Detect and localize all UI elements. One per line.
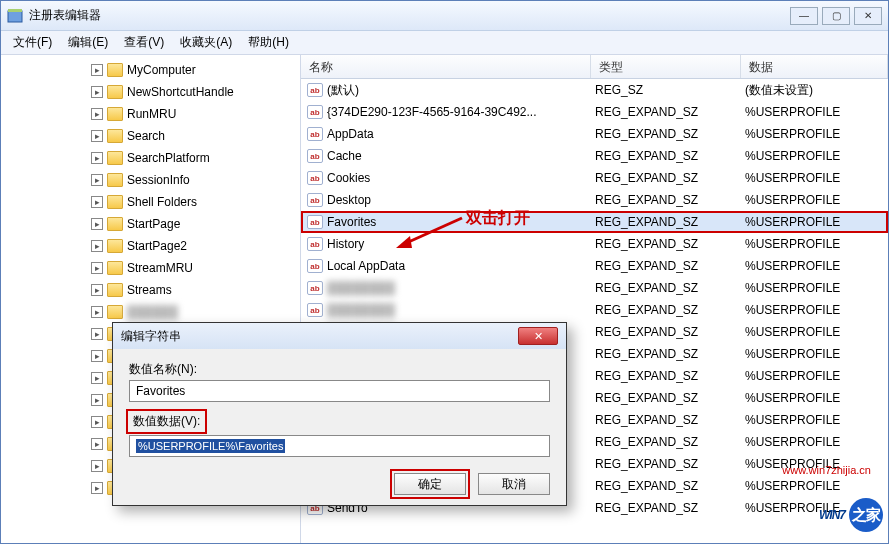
cancel-button[interactable]: 取消 [478, 473, 550, 495]
expander-icon[interactable]: ▸ [91, 240, 103, 252]
tree-item[interactable]: ▸Streams [1, 279, 300, 301]
menu-favorites[interactable]: 收藏夹(A) [172, 34, 240, 51]
row-type: REG_EXPAND_SZ [591, 325, 741, 339]
expander-icon[interactable]: ▸ [91, 394, 103, 406]
expander-icon[interactable]: ▸ [91, 262, 103, 274]
list-row[interactable]: ab████████REG_EXPAND_SZ%USERPROFILE [301, 299, 888, 321]
tree-item[interactable]: ▸RunMRU [1, 103, 300, 125]
row-type: REG_EXPAND_SZ [591, 281, 741, 295]
tree-item[interactable]: ▸StartPage [1, 213, 300, 235]
tree-item[interactable]: ▸MyComputer [1, 59, 300, 81]
tree-label: StartPage [127, 217, 180, 231]
dialog-titlebar[interactable]: 编辑字符串 ✕ [113, 323, 566, 349]
list-row[interactable]: abAppDataREG_EXPAND_SZ%USERPROFILE [301, 123, 888, 145]
menu-edit[interactable]: 编辑(E) [60, 34, 116, 51]
list-row[interactable]: abCacheREG_EXPAND_SZ%USERPROFILE [301, 145, 888, 167]
expander-icon[interactable]: ▸ [91, 196, 103, 208]
tree-label: Search [127, 129, 165, 143]
row-name: ████████ [327, 303, 395, 317]
row-type: REG_EXPAND_SZ [591, 501, 741, 515]
row-name: AppData [327, 127, 374, 141]
expander-icon[interactable]: ▸ [91, 174, 103, 186]
menu-help[interactable]: 帮助(H) [240, 34, 297, 51]
row-name: ████████ [327, 281, 395, 295]
data-field[interactable]: %USERPROFILE%\Favorites [129, 435, 550, 457]
menu-view[interactable]: 查看(V) [116, 34, 172, 51]
row-type: REG_EXPAND_SZ [591, 149, 741, 163]
expander-icon[interactable]: ▸ [91, 86, 103, 98]
tree-label: StreamMRU [127, 261, 193, 275]
expander-icon[interactable]: ▸ [91, 284, 103, 296]
expander-icon[interactable]: ▸ [91, 438, 103, 450]
row-name: Cookies [327, 171, 370, 185]
list-row[interactable]: abLocal AppDataREG_EXPAND_SZ%USERPROFILE [301, 255, 888, 277]
row-data: %USERPROFILE [741, 193, 888, 207]
row-name: History [327, 237, 364, 251]
row-data: %USERPROFILE [741, 259, 888, 273]
close-button[interactable]: ✕ [854, 7, 882, 25]
menu-file[interactable]: 文件(F) [5, 34, 60, 51]
row-data: %USERPROFILE [741, 479, 888, 493]
row-name: Favorites [327, 215, 376, 229]
tree-item[interactable]: ▸Shell Folders [1, 191, 300, 213]
tree-label: SearchPlatform [127, 151, 210, 165]
list-row[interactable]: abFavoritesREG_EXPAND_SZ%USERPROFILE [301, 211, 888, 233]
tree-item[interactable]: ▸SearchPlatform [1, 147, 300, 169]
titlebar[interactable]: 注册表编辑器 — ▢ ✕ [1, 1, 888, 31]
list-row[interactable]: abCookiesREG_EXPAND_SZ%USERPROFILE [301, 167, 888, 189]
list-row[interactable]: ab████████REG_EXPAND_SZ%USERPROFILE [301, 277, 888, 299]
tree-item[interactable]: ▸StartPage2 [1, 235, 300, 257]
string-icon: ab [307, 259, 323, 273]
tree-item[interactable]: ▸Search [1, 125, 300, 147]
dialog-close-button[interactable]: ✕ [518, 327, 558, 345]
menubar: 文件(F) 编辑(E) 查看(V) 收藏夹(A) 帮助(H) [1, 31, 888, 55]
row-data: %USERPROFILE [741, 369, 888, 383]
expander-icon[interactable]: ▸ [91, 218, 103, 230]
name-label: 数值名称(N): [129, 361, 550, 378]
list-row[interactable]: ab(默认)REG_SZ(数值未设置) [301, 79, 888, 101]
row-type: REG_EXPAND_SZ [591, 369, 741, 383]
expander-icon[interactable]: ▸ [91, 328, 103, 340]
folder-icon [107, 283, 123, 297]
list-row[interactable]: abHistoryREG_EXPAND_SZ%USERPROFILE [301, 233, 888, 255]
row-data: %USERPROFILE [741, 237, 888, 251]
list-row[interactable]: ab{374DE290-123F-4565-9164-39C492...REG_… [301, 101, 888, 123]
col-header-name[interactable]: 名称 [301, 55, 591, 78]
tree-label: StartPage2 [127, 239, 187, 253]
maximize-button[interactable]: ▢ [822, 7, 850, 25]
edit-string-dialog: 编辑字符串 ✕ 数值名称(N): Favorites 数值数据(V): %USE… [112, 322, 567, 506]
data-value: %USERPROFILE%\Favorites [136, 439, 285, 453]
row-data: %USERPROFILE [741, 127, 888, 141]
row-name: {374DE290-123F-4565-9164-39C492... [327, 105, 536, 119]
tree-item[interactable]: ▸██████ [1, 301, 300, 323]
string-icon: ab [307, 237, 323, 251]
expander-icon[interactable]: ▸ [91, 108, 103, 120]
row-name: (默认) [327, 82, 359, 99]
row-type: REG_EXPAND_SZ [591, 303, 741, 317]
folder-icon [107, 129, 123, 143]
list-row[interactable]: abDesktopREG_EXPAND_SZ%USERPROFILE [301, 189, 888, 211]
minimize-button[interactable]: — [790, 7, 818, 25]
expander-icon[interactable]: ▸ [91, 372, 103, 384]
row-type: REG_EXPAND_SZ [591, 479, 741, 493]
name-field[interactable]: Favorites [129, 380, 550, 402]
expander-icon[interactable]: ▸ [91, 350, 103, 362]
expander-icon[interactable]: ▸ [91, 130, 103, 142]
row-type: REG_SZ [591, 83, 741, 97]
expander-icon[interactable]: ▸ [91, 482, 103, 494]
string-icon: ab [307, 105, 323, 119]
expander-icon[interactable]: ▸ [91, 460, 103, 472]
row-data: %USERPROFILE [741, 281, 888, 295]
expander-icon[interactable]: ▸ [91, 64, 103, 76]
col-header-type[interactable]: 类型 [591, 55, 741, 78]
folder-icon [107, 107, 123, 121]
row-data: %USERPROFILE [741, 413, 888, 427]
tree-item[interactable]: ▸SessionInfo [1, 169, 300, 191]
tree-item[interactable]: ▸NewShortcutHandle [1, 81, 300, 103]
ok-button[interactable]: 确定 [394, 473, 466, 495]
expander-icon[interactable]: ▸ [91, 306, 103, 318]
col-header-data[interactable]: 数据 [741, 55, 888, 78]
tree-item[interactable]: ▸StreamMRU [1, 257, 300, 279]
expander-icon[interactable]: ▸ [91, 416, 103, 428]
expander-icon[interactable]: ▸ [91, 152, 103, 164]
